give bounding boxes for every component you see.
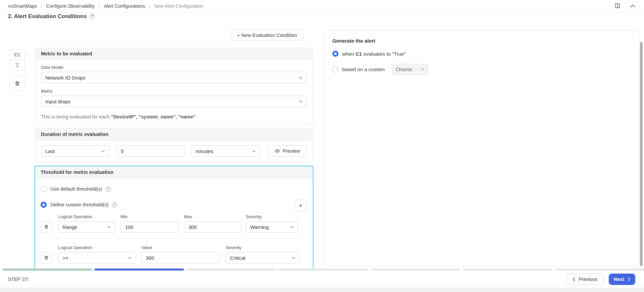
info-icon[interactable]: i <box>106 187 111 192</box>
generate-when-condition-label: when C1 evaluates to "True" <box>342 51 406 57</box>
generate-alert-panel: Generate the alert when C1 evaluates to … <box>324 30 640 267</box>
page-bottom-strip <box>0 288 644 292</box>
preview-label: Preview <box>283 148 300 154</box>
custom-condition-select[interactable]: Choose <box>392 64 428 75</box>
value-label: Value <box>141 245 220 250</box>
preview-button[interactable]: Preview <box>268 145 307 157</box>
logical-operation-select[interactable]: >= <box>58 252 136 263</box>
new-evaluation-condition-button[interactable]: + New Evaluation Condition <box>231 30 303 41</box>
duration-type-value: Last <box>45 148 101 154</box>
duration-section: Duration of metric evaluation Last minut… <box>35 128 313 162</box>
severity-select[interactable]: Critical <box>226 252 300 263</box>
next-label: Next <box>614 277 624 282</box>
chevron-down-icon <box>291 257 295 259</box>
logical-operation-label: Logical Operation <box>58 245 136 250</box>
logical-operation-label: Logical Operation <box>58 214 115 219</box>
chevron-down-icon <box>252 150 256 152</box>
radio-unselected[interactable] <box>41 186 47 192</box>
breadcrumb-item-configure-observability[interactable]: Configure Observability <box>46 3 95 9</box>
breadcrumb-item-alert-configurations[interactable]: Alert Configurations <box>104 3 145 9</box>
data-model-value: Network IO Drops <box>45 75 299 81</box>
chevron-down-icon <box>107 226 111 228</box>
step-indicator: STEP 2/7 <box>8 277 29 282</box>
generate-custom-label: based on a custom <box>342 66 385 72</box>
threshold-section: Threshold for metric evaluation Use defa… <box>34 165 314 271</box>
chevron-down-icon <box>128 257 132 259</box>
severity-select[interactable]: Warning <box>246 221 298 233</box>
chevron-right-icon <box>628 277 630 281</box>
generate-when-condition-option[interactable]: when C1 evaluates to "True" <box>332 51 632 57</box>
collapse-condition-button[interactable] <box>9 59 25 70</box>
chevron-down-icon <box>290 226 294 228</box>
data-model-select[interactable]: Network IO Drops <box>41 72 307 83</box>
threshold-row-2: Logical Operation >= Value Severity <box>41 245 307 263</box>
trash-icon <box>14 81 20 87</box>
delete-condition-button[interactable] <box>9 76 25 91</box>
logical-operation-value: >= <box>62 255 128 261</box>
duration-unit-value: minutes <box>195 148 252 154</box>
condition-editor: Metric to be evaluated Data Model Networ… <box>35 48 313 274</box>
condition-id-badge: C1 <box>9 49 25 59</box>
generate-alert-title: Generate the alert <box>332 38 632 44</box>
severity-value: Warning <box>250 224 290 230</box>
radio-selected[interactable] <box>41 202 47 208</box>
data-model-label: Data Model <box>41 65 307 70</box>
breadcrumb-separator: › <box>41 3 42 9</box>
metric-section: Metric to be evaluated Data Model Networ… <box>35 48 313 125</box>
trash-icon <box>44 224 49 229</box>
info-icon[interactable]: i <box>112 202 117 207</box>
next-button[interactable]: Next <box>609 274 635 285</box>
metric-select[interactable]: Input drops <box>41 96 307 107</box>
use-default-threshold-label: Use default threshold(s) <box>50 186 102 192</box>
value-input[interactable] <box>141 252 220 263</box>
chevron-left-icon <box>573 277 575 281</box>
trash-icon <box>44 255 49 260</box>
delete-threshold-row-button[interactable] <box>41 252 52 263</box>
eye-icon <box>275 149 280 153</box>
severity-value: Critical <box>230 255 291 261</box>
documentation-book-icon[interactable] <box>614 3 621 9</box>
duration-section-title: Duration of metric evaluation <box>36 129 312 140</box>
logical-operation-value: Range <box>62 224 107 230</box>
logical-operation-select[interactable]: Range <box>58 221 115 233</box>
severity-label: Severity <box>246 214 298 219</box>
duration-type-select[interactable]: Last <box>41 145 109 157</box>
radio-unselected[interactable] <box>332 66 338 72</box>
breadcrumb-separator: › <box>99 3 100 9</box>
metric-label: Metric <box>41 89 307 94</box>
duration-unit-select[interactable]: minutes <box>191 145 260 157</box>
chevron-down-icon <box>101 150 105 152</box>
add-threshold-button[interactable]: + <box>295 200 307 211</box>
chevron-down-icon <box>421 68 424 70</box>
page-title: 2. Alert Evaluation Conditions <box>8 13 87 19</box>
duration-value-input[interactable] <box>117 145 185 157</box>
radio-selected[interactable] <box>332 51 338 57</box>
wizard-footer: STEP 2/7 Previous Next <box>0 271 644 288</box>
breadcrumb-separator: › <box>149 3 150 9</box>
metric-section-title: Metric to be evaluated <box>36 48 312 60</box>
previous-button[interactable]: Previous <box>566 274 604 285</box>
previous-label: Previous <box>579 277 597 282</box>
define-custom-threshold-option[interactable]: Define custom threshold(s) i + <box>41 202 307 208</box>
define-custom-threshold-label: Define custom threshold(s) <box>50 202 108 207</box>
severity-label: Severity <box>226 245 300 250</box>
max-input[interactable] <box>184 221 241 233</box>
collapse-header-chevron-up-icon[interactable] <box>630 4 635 8</box>
evaluation-note: This is being evaluated for each "Device… <box>41 114 307 119</box>
help-icon[interactable]: ? <box>90 14 95 19</box>
generate-custom-option[interactable]: based on a custom Choose <box>332 64 632 75</box>
breadcrumb: vuSmartMaps › Configure Observability › … <box>8 3 203 9</box>
condition-connector-line <box>25 54 35 54</box>
vertical-scrollbar[interactable] <box>640 42 643 266</box>
use-default-threshold-option[interactable]: Use default threshold(s) i <box>41 186 307 192</box>
threshold-section-title: Threshold for metric evaluation <box>35 166 313 178</box>
min-input[interactable] <box>121 221 178 233</box>
custom-condition-value: Choose <box>396 67 421 72</box>
threshold-row-1: Logical Operation Range Min Max <box>41 214 307 233</box>
delete-threshold-row-button[interactable] <box>41 221 52 233</box>
chevron-down-icon <box>299 100 303 103</box>
metric-value: Input drops <box>45 99 299 104</box>
chevron-down-icon <box>299 77 303 79</box>
breadcrumb-item-current: New Alert Configuration <box>154 3 203 9</box>
breadcrumb-item-home[interactable]: vuSmartMaps <box>8 3 37 9</box>
